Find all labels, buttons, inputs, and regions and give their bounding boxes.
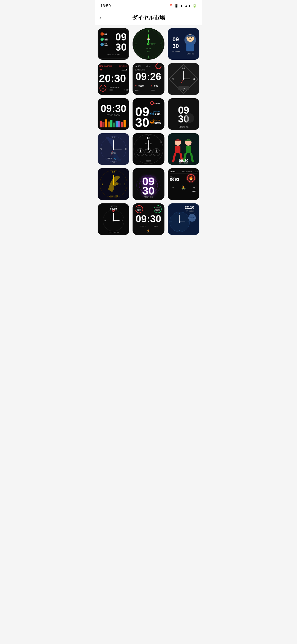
watch-face-17[interactable]: KCAL 0269 STEPS 02698 09:30 WED BPM 🏃 [133, 203, 164, 235]
svg-text:MON: MON [146, 47, 151, 50]
svg-text:Mon: Mon [146, 65, 150, 68]
svg-text:Mon AM 10/06: Mon AM 10/06 [107, 54, 120, 56]
watch-face-14[interactable]: 09 30 MON 05 09 [133, 168, 164, 200]
svg-text:KCAL: KCAL [135, 89, 139, 91]
svg-text:KCAL: KCAL [138, 207, 141, 209]
svg-text:3: 3 [193, 77, 195, 81]
svg-text:☁ 25°: ☁ 25° [135, 65, 141, 68]
svg-rect-149 [186, 146, 191, 153]
svg-text:Distance: Distance [153, 110, 160, 112]
svg-text:2.60: 2.60 [155, 112, 161, 116]
svg-text:09:30: 09:30 [101, 103, 126, 114]
page-title: ダイヤル市場 [132, 14, 165, 21]
svg-text:◈: ◈ [101, 39, 103, 40]
svg-point-218 [190, 217, 191, 218]
svg-text:03:06 FRI: 03:06 FRI [186, 210, 194, 212]
svg-text:⛅: ⛅ [147, 37, 150, 40]
svg-text:20:30: 20:30 [99, 73, 126, 84]
back-button[interactable]: ‹ [99, 14, 101, 21]
svg-text:♥: ♥ [135, 85, 137, 88]
watch-face-2[interactable]: ⛅ 08/15 MON 23° [133, 28, 164, 60]
watch-face-5-svg: ☁ 25° Mon 10/30 Mon 09:26 ♥ 0980 KCAL ♥ … [133, 63, 164, 95]
watch-face-2-svg: ⛅ 08/15 MON 23° [133, 28, 164, 60]
watch-face-18[interactable]: 22:10 03:06 FRI [168, 203, 199, 235]
watch-face-4[interactable]: KCAL CALORIES DISTANCE KM 10.05 PM 20:30… [98, 63, 129, 95]
svg-text:♥: ♥ [152, 102, 153, 104]
watch-face-11-svg: 60 55 6 12 0.00 000 000 MON 26 00000 [133, 133, 164, 165]
svg-point-219 [193, 217, 194, 218]
svg-point-73 [183, 78, 184, 80]
svg-text:07-07 MON: 07-07 MON [108, 231, 119, 233]
svg-text:098: 098 [154, 85, 158, 88]
watch-face-12[interactable]: 09:30 02-12 MON [168, 133, 199, 165]
watch-face-1[interactable]: ♡ BPM 098 ◈ STEPS 08963 ⚡ KCAL 0698 09 3… [98, 28, 129, 60]
svg-text:00000: 00000 [146, 160, 151, 162]
svg-text:♡: ♡ [101, 33, 103, 35]
watch-face-16[interactable]: STEPS 03659 12 3 9 07-07 MON [98, 203, 129, 235]
svg-text:06/02 WED: 06/02 WED [182, 171, 192, 173]
watch-face-12-svg: 09:30 02-12 MON [168, 133, 199, 165]
watch-face-10-svg: XII III VI IX MON 08968 👟 [98, 133, 129, 165]
svg-point-159 [113, 183, 114, 185]
watch-face-8[interactable]: HR 098 ♥ 09 30 Distance 2.60 ◉ Calories … [133, 98, 164, 130]
svg-point-29 [148, 43, 149, 45]
watch-face-3[interactable]: 09 30 MON 06 MON 06 [168, 28, 199, 60]
svg-text:12: 12 [147, 136, 150, 140]
watch-face-11[interactable]: 60 55 6 12 0.00 000 000 MON 26 00000 [133, 133, 164, 165]
svg-text:09: 09 [116, 31, 127, 43]
svg-text:XII: XII [112, 135, 115, 138]
watch-face-3-svg: 09 30 MON 06 MON 06 [168, 28, 199, 60]
svg-rect-83 [110, 120, 112, 127]
watch-face-grid: ♡ BPM 098 ◈ STEPS 08963 ⚡ KCAL 0698 09 3… [95, 25, 202, 238]
svg-rect-85 [116, 121, 118, 127]
svg-text:098: 098 [105, 34, 107, 36]
watch-face-15[interactable]: 09:30 06/02 WED ☁26° KCAL 0693 🔥 ✂ 🚴 ♥ 0… [168, 168, 199, 200]
svg-text:60: 60 [148, 135, 149, 136]
svg-text:Calories: Calories [153, 119, 160, 121]
svg-text:MON 06: MON 06 [172, 50, 180, 53]
svg-point-38 [191, 37, 192, 38]
watch-face-13[interactable]: 12 3 9 MON 02-12 [98, 168, 129, 200]
svg-text:◉: ◉ [151, 113, 153, 114]
svg-text:060: 060 [192, 190, 196, 193]
watch-face-9[interactable]: 09 30 MON 06 [168, 98, 199, 130]
svg-text:0986: 0986 [155, 121, 161, 124]
watch-face-17-svg: KCAL 0269 STEPS 02698 09:30 WED BPM 🏃 [133, 203, 164, 235]
svg-rect-39 [186, 43, 194, 51]
watch-face-10[interactable]: XII III VI IX MON 08968 👟 [98, 133, 129, 165]
svg-text:0693: 0693 [170, 177, 179, 182]
svg-text:02698: 02698 [155, 209, 160, 211]
svg-text:0269: 0269 [137, 209, 141, 211]
svg-point-121 [113, 148, 114, 150]
svg-text:07.08 MON: 07.08 MON [107, 114, 120, 117]
svg-text:⚡: ⚡ [101, 44, 103, 46]
svg-rect-79 [100, 121, 102, 127]
svg-text:10/30 Mon: 10/30 Mon [135, 69, 145, 71]
svg-point-193 [113, 220, 114, 221]
svg-text:6: 6 [162, 149, 163, 151]
watch-face-6-svg: 12 3 6 9 28 [168, 63, 199, 95]
svg-text:♥: ♥ [151, 85, 153, 88]
watch-face-7[interactable]: 09:30 07.08 MON [98, 98, 129, 130]
svg-text:02-12 MON: 02-12 MON [179, 162, 188, 164]
svg-point-37 [188, 37, 189, 38]
svg-text:08968: 08968 [107, 157, 112, 159]
svg-rect-80 [102, 122, 105, 127]
watch-face-1-svg: ♡ BPM 098 ◈ STEPS 08963 ⚡ KCAL 0698 09 3… [99, 30, 128, 58]
svg-text:09:30: 09:30 [170, 171, 175, 173]
svg-text:3: 3 [121, 219, 123, 222]
svg-text:WED: WED [141, 225, 145, 228]
svg-text:3: 3 [124, 183, 125, 186]
svg-text:08963: 08963 [105, 39, 108, 41]
svg-text:0980: 0980 [138, 85, 144, 88]
watch-face-5[interactable]: ☁ 25° Mon 10/30 Mon 09:26 ♥ 0980 KCAL ♥ … [133, 63, 164, 95]
svg-text:2020 0707 MON: 2020 0707 MON [109, 87, 119, 89]
svg-text:BPM: BPM [151, 89, 155, 91]
svg-text:☁26°: ☁26° [194, 171, 199, 173]
watch-face-14-svg: 09 30 MON 05 09 [133, 168, 164, 200]
watch-face-6[interactable]: 12 3 6 9 28 [168, 63, 199, 95]
svg-text:MON: MON [111, 152, 116, 154]
svg-text:BPM: BPM [154, 225, 158, 228]
svg-rect-84 [113, 122, 115, 127]
svg-text:0698: 0698 [105, 44, 108, 46]
